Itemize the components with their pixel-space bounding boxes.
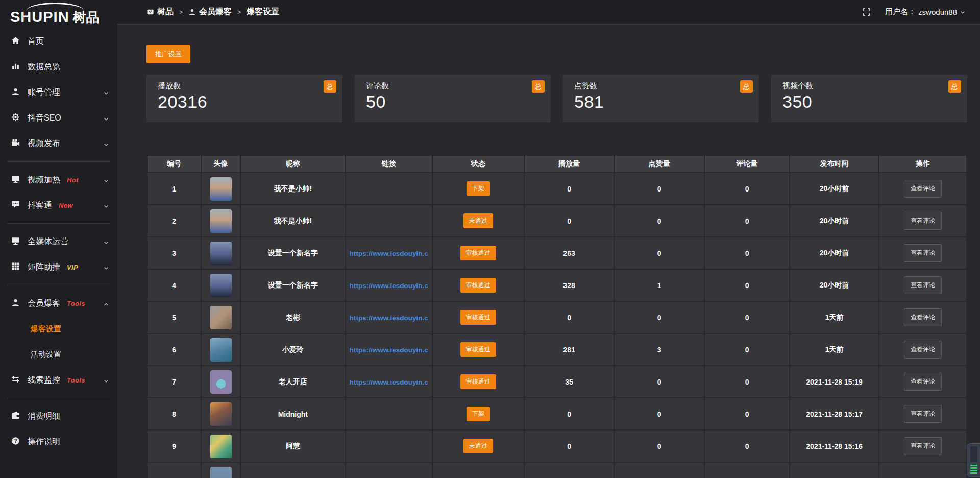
view-comments-button[interactable]: 查看评论 bbox=[904, 244, 942, 262]
sidebar-item-consume-detail[interactable]: 消费明细 bbox=[0, 403, 117, 429]
cell-status: 审核通过 bbox=[432, 237, 524, 269]
video-link[interactable]: https://www.iesdouyin.c bbox=[350, 378, 428, 386]
cell-likes bbox=[614, 462, 704, 478]
cell-likes: 0 bbox=[614, 301, 704, 333]
cell-likes: 0 bbox=[614, 237, 704, 269]
sidebar-item-operation-guide[interactable]: ?操作说明 bbox=[0, 429, 117, 455]
sidebar-item-member-baoke[interactable]: 会员爆客Tools bbox=[0, 291, 117, 316]
sidebar-item-label: 视频加热 bbox=[28, 175, 60, 185]
cell-actions: 查看评论 bbox=[879, 430, 967, 462]
floating-widget-bar bbox=[970, 467, 977, 469]
sidebar-item-douketong[interactable]: 抖客通New bbox=[0, 193, 117, 218]
table-row: 2我不是小帅!未通过00020小时前查看评论 bbox=[147, 205, 967, 237]
status-badge: 下架 bbox=[467, 181, 490, 196]
sidebar-item-video-publish[interactable]: 视频发布 bbox=[0, 131, 117, 156]
stat-card-value: 50 bbox=[366, 92, 551, 112]
sidebar-item-clue-monitor[interactable]: 线索监控Tools bbox=[0, 367, 117, 393]
view-comments-button[interactable]: 查看评论 bbox=[904, 437, 942, 455]
view-comments-button[interactable]: 查看评论 bbox=[904, 373, 942, 391]
view-comments-button[interactable]: 查看评论 bbox=[904, 180, 942, 198]
app-icon bbox=[146, 8, 154, 16]
table-row: 9阿慧未通过0002021-11-28 15:16查看评论 bbox=[147, 430, 967, 462]
cell-nickname: 老彬 bbox=[240, 301, 346, 333]
status-badge: 审核通过 bbox=[460, 246, 496, 260]
video-link[interactable]: https://www.iesdouyin.c bbox=[350, 314, 428, 322]
main-content: 推广设置 播放数20316总评论数50总点赞数581总视频个数350总 编号头像… bbox=[117, 25, 980, 478]
video-link[interactable]: https://www.iesdouyin.c bbox=[350, 282, 428, 290]
cell-id: 2 bbox=[147, 205, 201, 237]
stat-card-videos: 视频个数350总 bbox=[771, 75, 967, 122]
cell-id: 9 bbox=[147, 430, 201, 462]
view-comments-button[interactable]: 查看评论 bbox=[904, 212, 942, 230]
cell-avatar bbox=[201, 366, 240, 398]
view-comments-button[interactable]: 查看评论 bbox=[904, 308, 942, 326]
cell-link bbox=[346, 398, 432, 430]
sidebar-item-badge: Hot bbox=[67, 176, 79, 184]
sidebar-menu: 首页数据总览账号管理抖音SEO视频发布视频加热Hot抖客通New全媒体运营矩阵助… bbox=[0, 27, 117, 455]
stat-cards: 播放数20316总评论数50总点赞数581总视频个数350总 bbox=[146, 75, 967, 122]
sidebar-item-account-management[interactable]: 账号管理 bbox=[0, 80, 117, 105]
view-comments-button[interactable]: 查看评论 bbox=[904, 341, 942, 358]
sliders-icon bbox=[11, 375, 20, 384]
cell-link bbox=[346, 430, 432, 462]
stat-card-value: 581 bbox=[574, 92, 759, 112]
sidebar: SHUPIN 树品 首页数据总览账号管理抖音SEO视频发布视频加热Hot抖客通N… bbox=[0, 0, 117, 478]
sidebar-subitem-baoke-settings[interactable]: 爆客设置 bbox=[0, 316, 117, 342]
sidebar-subitem-label: 爆客设置 bbox=[31, 324, 61, 334]
status-badge: 未通过 bbox=[463, 213, 493, 228]
sidebar-item-video-heat[interactable]: 视频加热Hot bbox=[0, 167, 117, 193]
cell-link: https://www.iesdouyin.c bbox=[346, 333, 432, 366]
view-comments-button[interactable]: 查看评论 bbox=[904, 405, 942, 423]
fullscreen-icon[interactable] bbox=[862, 8, 871, 16]
promo-settings-button[interactable]: 推广设置 bbox=[146, 45, 190, 63]
breadcrumb-label: 树品 bbox=[157, 7, 174, 17]
user-menu[interactable]: 用户名：zswodun88 bbox=[885, 7, 966, 17]
column-header: 状态 bbox=[432, 155, 524, 173]
cell-actions: 查看评论 bbox=[879, 301, 967, 333]
cell-id: 8 bbox=[147, 398, 201, 430]
floating-widget[interactable] bbox=[967, 443, 980, 477]
breadcrumb-item-member-baoke[interactable]: 会员爆客 bbox=[188, 7, 232, 17]
cell-time: 2021-11-28 15:16 bbox=[790, 430, 879, 462]
video-link[interactable]: https://www.iesdouyin.c bbox=[350, 250, 428, 257]
cell-plays: 281 bbox=[524, 333, 615, 366]
cell-status bbox=[432, 462, 524, 478]
view-comments-button[interactable]: 查看评论 bbox=[904, 276, 942, 294]
cell-status: 下架 bbox=[432, 398, 524, 430]
table-row: 1我不是小帅!下架00020小时前查看评论 bbox=[147, 173, 967, 205]
breadcrumb-label: 爆客设置 bbox=[247, 7, 279, 17]
cell-likes: 0 bbox=[614, 205, 704, 237]
chevron-down-icon bbox=[103, 238, 109, 245]
sidebar-item-data-overview[interactable]: 数据总览 bbox=[0, 54, 117, 80]
status-badge: 未通过 bbox=[463, 439, 493, 453]
breadcrumb-item-shupin[interactable]: 树品 bbox=[146, 7, 174, 17]
total-badge: 总 bbox=[532, 80, 545, 93]
cell-comments: 0 bbox=[704, 301, 790, 333]
cell-avatar bbox=[201, 462, 240, 478]
cell-plays: 0 bbox=[524, 173, 615, 205]
sidebar-subitem-activity-settings[interactable]: 活动设置 bbox=[0, 342, 117, 367]
table-row: 3设置一个新名字https://www.iesdouyin.c审核通过26300… bbox=[147, 237, 967, 269]
sidebar-item-label: 操作说明 bbox=[28, 437, 60, 447]
column-header: 头像 bbox=[201, 155, 240, 173]
cell-time: 1天前 bbox=[790, 301, 879, 333]
cell-nickname: 我不是小帅! bbox=[240, 173, 346, 205]
cell-status: 审核通过 bbox=[432, 366, 524, 398]
stat-card-plays: 播放数20316总 bbox=[146, 75, 342, 122]
logo[interactable]: SHUPIN 树品 bbox=[0, 0, 117, 27]
cell-time: 20小时前 bbox=[790, 205, 879, 237]
video-link[interactable]: https://www.iesdouyin.c bbox=[350, 346, 428, 354]
sidebar-item-all-media-operation[interactable]: 全媒体运营 bbox=[0, 229, 117, 254]
user-icon bbox=[188, 8, 196, 16]
breadcrumb-item-baoke-settings[interactable]: 爆客设置 bbox=[247, 7, 279, 17]
sidebar-item-douyin-seo[interactable]: 抖音SEO bbox=[0, 105, 117, 131]
sidebar-divider bbox=[7, 161, 110, 162]
cell-actions: 查看评论 bbox=[879, 237, 967, 269]
sidebar-item-matrix-boost[interactable]: 矩阵助推VIP bbox=[0, 254, 117, 280]
sidebar-item-home[interactable]: 首页 bbox=[0, 29, 117, 54]
floating-widget-bar bbox=[970, 465, 977, 466]
total-badge: 总 bbox=[324, 80, 336, 93]
svg-text:?: ? bbox=[14, 438, 17, 443]
cell-comments: 0 bbox=[704, 398, 790, 430]
cell-actions: 查看评论 bbox=[879, 366, 967, 398]
